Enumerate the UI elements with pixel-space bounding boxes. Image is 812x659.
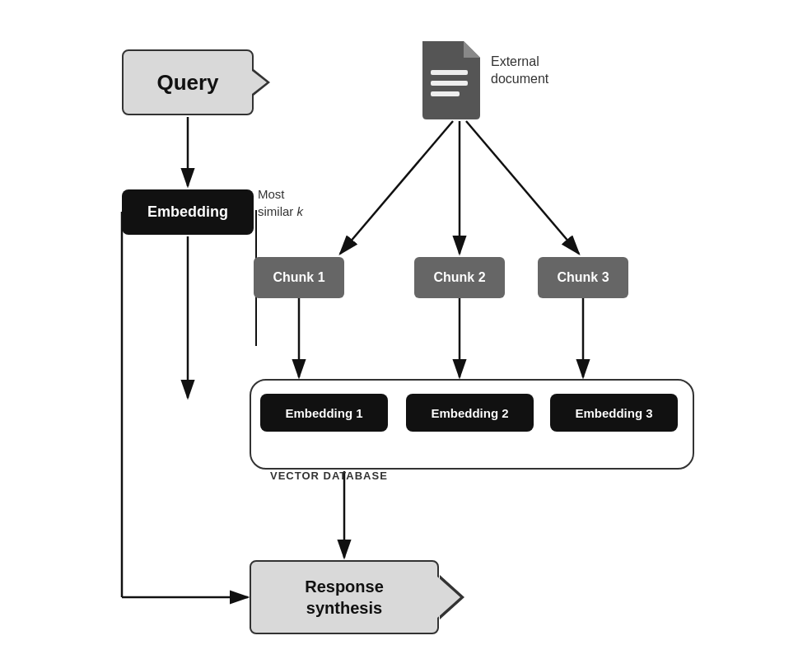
embedding-2-box: Embedding 2	[406, 394, 534, 432]
chunk-1-label: Chunk 1	[273, 270, 324, 285]
svg-line-8	[466, 121, 579, 254]
chunk-2-box: Chunk 2	[414, 257, 505, 298]
svg-rect-13	[431, 70, 468, 75]
response-synthesis-box: Responsesynthesis	[250, 560, 439, 634]
svg-line-6	[340, 121, 453, 254]
vector-db-label: Vector database	[270, 470, 388, 482]
most-similar-label: Mostsimilar k	[258, 185, 303, 220]
external-doc-label: Externaldocument	[491, 54, 548, 88]
embedding-3-label: Embedding 3	[575, 406, 652, 420]
chunk-2-label: Chunk 2	[433, 270, 485, 285]
query-label: Query	[156, 70, 218, 96]
embedding-box: Embedding	[122, 189, 254, 235]
chunk-3-box: Chunk 3	[538, 257, 628, 298]
embedding-1-box: Embedding 1	[260, 394, 388, 432]
rag-diagram: Query Embedding Mostsimilar k Externaldo…	[97, 25, 715, 634]
chunk-1-box: Chunk 1	[254, 257, 344, 298]
chunk-3-label: Chunk 3	[557, 270, 609, 285]
svg-rect-14	[431, 81, 468, 86]
arrows-overlay	[97, 25, 715, 634]
query-box: Query	[122, 49, 254, 115]
external-doc-icon	[418, 41, 484, 119]
embedding-3-box: Embedding 3	[550, 394, 678, 432]
embedding-2-label: Embedding 2	[431, 406, 508, 420]
response-synthesis-label: Responsesynthesis	[305, 576, 384, 619]
svg-rect-15	[431, 91, 460, 96]
embedding-1-label: Embedding 1	[285, 406, 362, 420]
embedding-label: Embedding	[147, 203, 228, 221]
